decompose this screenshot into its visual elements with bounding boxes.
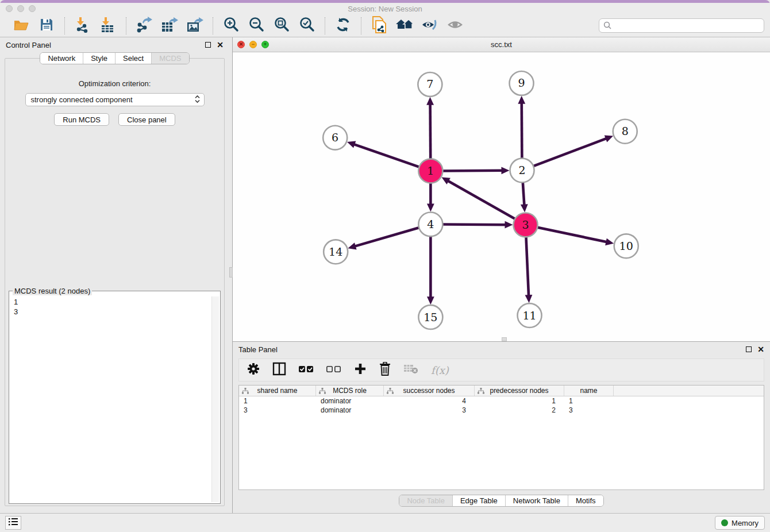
float-table-panel-icon[interactable] — [746, 346, 752, 352]
table-row[interactable]: 3 dominator 3 2 3 — [239, 406, 764, 415]
graph-edge[interactable] — [442, 171, 503, 171]
tab-mcds[interactable]: MCDS — [151, 53, 188, 64]
tab-node-table[interactable]: Node Table — [399, 495, 452, 506]
import-network-button[interactable] — [73, 17, 93, 35]
refresh-icon — [336, 17, 351, 34]
split-panel-icon — [272, 362, 286, 378]
graph-edge[interactable] — [354, 228, 419, 246]
float-panel-icon[interactable] — [205, 42, 211, 48]
export-network-button[interactable] — [134, 17, 154, 35]
zoom-out-icon — [248, 17, 264, 35]
export-image-button[interactable] — [185, 17, 205, 35]
tab-network-table[interactable]: Network Table — [505, 495, 568, 506]
close-panel-button[interactable]: Close panel — [118, 113, 175, 126]
graph-edge[interactable] — [430, 103, 431, 159]
cell-predecessor-nodes: 1 — [475, 397, 564, 405]
export-image-icon — [186, 17, 203, 35]
mcds-result-item[interactable]: 3 — [14, 307, 215, 317]
network-canvas[interactable]: 7968124314101511 — [233, 52, 770, 341]
column-header-predecessor-nodes[interactable]: predecessor nodes — [475, 385, 564, 396]
tab-select[interactable]: Select — [115, 53, 151, 64]
delete-table-button[interactable] — [403, 364, 418, 376]
graph-edge-arrowhead — [426, 97, 434, 105]
canvas-resize-grip[interactable] — [502, 337, 507, 341]
table-tabbar: Node Table Edge Table Network Table Moti… — [399, 495, 603, 507]
close-table-panel-icon[interactable]: ✕ — [757, 346, 764, 352]
mcds-result-item[interactable]: 1 — [14, 297, 215, 307]
app-window: Session: New Session — [0, 0, 770, 532]
import-table-icon — [101, 17, 116, 35]
tab-style[interactable]: Style — [83, 53, 115, 64]
graph-edge[interactable] — [447, 180, 515, 219]
graph-edge[interactable] — [523, 183, 525, 206]
column-type-icon — [387, 388, 394, 396]
graph-node-label: 1 — [427, 164, 434, 177]
run-mcds-button[interactable]: Run MCDS — [54, 113, 109, 126]
result-scrollbar[interactable] — [211, 296, 219, 502]
zoom-fit-icon — [274, 17, 290, 35]
graph-edge[interactable] — [537, 228, 607, 242]
graph-edge[interactable] — [353, 144, 419, 167]
tab-edge-table[interactable]: Edge Table — [452, 495, 505, 506]
search-icon — [603, 21, 611, 32]
new-network-from-selection-button[interactable] — [369, 17, 389, 35]
column-header-successor-nodes[interactable]: successor nodes — [384, 385, 475, 396]
task-history-button[interactable] — [5, 516, 21, 530]
select-all-columns-button[interactable] — [299, 365, 314, 375]
column-header-mcds-role[interactable]: MCDS role — [316, 385, 384, 396]
memory-label: Memory — [732, 519, 759, 527]
search-input[interactable] — [599, 18, 764, 33]
cell-predecessor-nodes: 2 — [475, 406, 564, 414]
selected-option-text: strongly connected component — [31, 95, 133, 104]
graph-edge[interactable] — [533, 138, 607, 166]
tab-motifs[interactable]: Motifs — [568, 495, 603, 506]
zoom-fit-button[interactable] — [272, 17, 291, 35]
hide-selected-button[interactable] — [420, 17, 440, 35]
control-panel-tabbar: Network Style Select MCDS — [40, 52, 189, 64]
graph-node-label: 4 — [427, 218, 434, 230]
mcds-result-box: MCDS result (2 nodes) 1 3 — [9, 287, 221, 504]
zoom-selected-button[interactable] — [297, 17, 317, 35]
table-row[interactable]: 1 dominator 4 1 1 — [239, 396, 764, 406]
column-header-name[interactable]: name — [564, 385, 614, 396]
status-bar: Memory — [0, 513, 770, 532]
toggle-panel-layout-button[interactable] — [272, 362, 286, 378]
function-builder-button[interactable]: f(x) — [431, 364, 449, 376]
cell-successor-nodes: 3 — [384, 406, 475, 414]
save-session-button[interactable] — [37, 17, 56, 35]
create-column-button[interactable] — [354, 363, 367, 377]
select-chevrons-icon — [194, 95, 201, 105]
eye-icon — [446, 18, 464, 34]
graph-edge[interactable] — [442, 225, 506, 225]
show-all-button[interactable] — [445, 17, 465, 35]
table-panel: Table Panel ✕ — [233, 342, 770, 513]
memory-status-icon — [721, 519, 728, 526]
toolbar-separator — [213, 17, 213, 34]
export-table-button[interactable] — [160, 17, 179, 35]
graph-node-label: 3 — [522, 218, 529, 231]
deselect-all-columns-button[interactable] — [326, 365, 341, 375]
import-table-button[interactable] — [98, 17, 118, 35]
close-panel-icon[interactable]: ✕ — [217, 42, 224, 48]
search-box — [599, 18, 764, 33]
column-header-shared-name[interactable]: shared name — [239, 385, 316, 396]
graph-node-label: 14 — [329, 245, 342, 258]
network-window-titlebar: ✕ − + scc.txt — [233, 37, 770, 52]
graph-edge-arrowhead — [505, 221, 513, 229]
optimization-criterion-select[interactable]: strongly connected component — [25, 93, 205, 106]
node-table: shared name MCDS role successor nodes — [238, 385, 764, 490]
open-session-button[interactable] — [11, 17, 31, 35]
delete-column-button[interactable] — [379, 362, 391, 378]
tab-network[interactable]: Network — [40, 53, 83, 64]
cell-mcds-role: dominator — [316, 397, 384, 405]
apply-layout-button[interactable] — [333, 17, 353, 35]
first-neighbors-button[interactable] — [395, 17, 414, 35]
zoom-in-button[interactable] — [221, 17, 241, 35]
cell-name: 1 — [564, 397, 614, 405]
table-settings-button[interactable] — [247, 363, 260, 377]
zoom-out-button[interactable] — [247, 17, 266, 35]
memory-button[interactable]: Memory — [715, 516, 765, 530]
cell-shared-name: 1 — [239, 397, 316, 405]
graph-edge[interactable] — [522, 102, 522, 159]
graph-edge[interactable] — [526, 237, 529, 296]
